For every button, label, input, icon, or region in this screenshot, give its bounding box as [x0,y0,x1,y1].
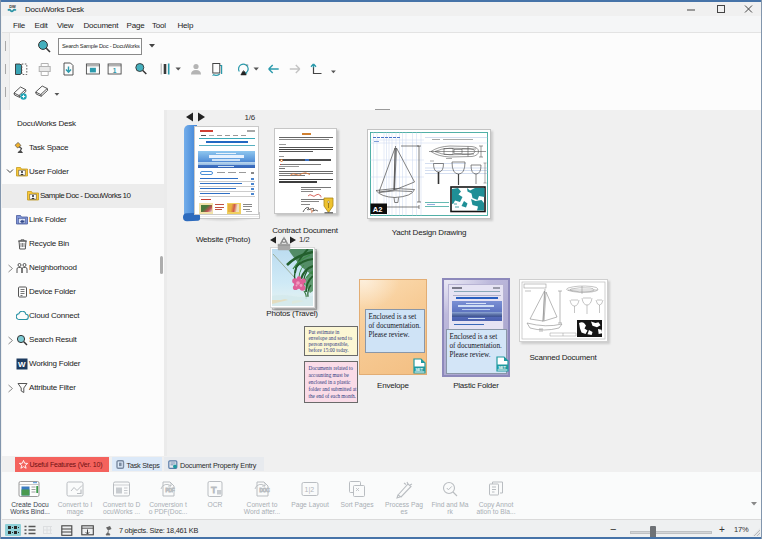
svg-text:1|2: 1|2 [305,486,315,494]
svg-text:c: c [246,62,248,67]
svg-text:SET: SET [415,367,423,372]
svg-text:1: 1 [113,67,117,74]
svg-text:SET: SET [498,365,506,370]
svg-text:A2: A2 [373,205,383,214]
svg-text:DW: DW [9,4,16,9]
svg-text:DOC: DOC [260,488,271,493]
svg-text:T: T [211,485,217,495]
svg-text:W: W [18,360,26,369]
svg-text:PDF: PDF [166,488,175,493]
